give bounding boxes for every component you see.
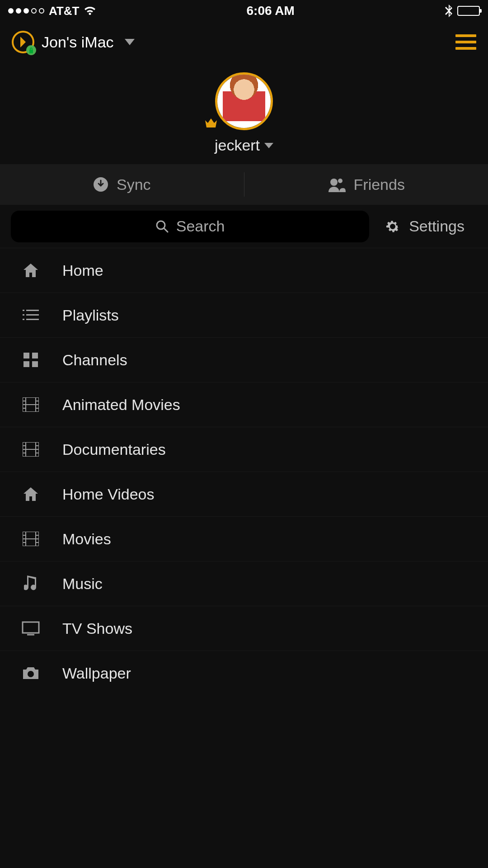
profile-section: jeckert — [0, 62, 488, 164]
nav-item-music[interactable]: Music — [0, 561, 488, 606]
svg-rect-6 — [23, 361, 29, 367]
svg-point-2 — [338, 179, 343, 183]
nav-item-playlists[interactable]: Playlists — [0, 292, 488, 337]
settings-button[interactable]: Settings — [385, 217, 477, 235]
server-name-label: Jon's iMac — [42, 33, 114, 51]
search-input[interactable]: Search — [11, 211, 369, 242]
sync-label: Sync — [117, 176, 151, 193]
search-placeholder: Search — [176, 217, 225, 235]
signal-strength-icon — [8, 8, 44, 14]
user-picker[interactable]: jeckert — [215, 137, 273, 154]
status-bar: AT&T 6:06 AM — [0, 0, 488, 22]
search-icon — [155, 220, 169, 233]
camera-icon — [22, 666, 40, 680]
friends-label: Friends — [354, 176, 405, 193]
tv-icon — [22, 621, 40, 636]
nav-item-movies[interactable]: Movies — [0, 516, 488, 561]
nav-item-label: Music — [62, 575, 103, 593]
svg-rect-5 — [32, 353, 38, 359]
clock: 6:06 AM — [247, 4, 295, 18]
home-icon — [22, 486, 40, 502]
nav-item-label: TV Shows — [62, 620, 132, 637]
svg-rect-17 — [23, 622, 39, 633]
svg-rect-4 — [23, 353, 29, 359]
nav-item-label: Playlists — [62, 307, 119, 324]
svg-point-18 — [28, 671, 34, 677]
nav-item-wallpaper[interactable]: Wallpaper — [0, 651, 488, 695]
settings-label: Settings — [409, 217, 465, 235]
crown-icon — [203, 116, 219, 131]
home-icon — [22, 263, 40, 278]
top-header: Jon's iMac — [0, 22, 488, 62]
nav-item-label: Animated Movies — [62, 396, 180, 414]
film-icon — [22, 532, 40, 546]
username-label: jeckert — [215, 137, 260, 154]
svg-point-1 — [330, 179, 338, 186]
grid-icon — [22, 353, 40, 367]
music-icon — [22, 576, 40, 592]
chevron-down-icon — [125, 39, 135, 45]
menu-button[interactable] — [455, 34, 476, 50]
sync-icon — [93, 177, 108, 192]
svg-rect-7 — [32, 361, 38, 367]
avatar-image — [217, 75, 271, 128]
sync-button[interactable]: Sync — [0, 164, 244, 205]
avatar[interactable] — [215, 72, 273, 130]
wifi-icon — [84, 6, 96, 16]
chevron-down-icon — [264, 143, 273, 148]
bluetooth-icon — [445, 5, 453, 17]
nav-item-label: Movies — [62, 530, 111, 548]
lock-icon — [26, 45, 36, 55]
server-picker[interactable]: Jon's iMac — [12, 31, 135, 53]
gear-icon — [385, 218, 401, 235]
nav-item-label: Home Videos — [62, 486, 155, 503]
nav-item-label: Documentaries — [62, 441, 166, 458]
carrier-label: AT&T — [49, 4, 79, 18]
nav-item-label: Home — [62, 262, 103, 279]
film-icon — [22, 442, 40, 457]
nav-item-animated-movies[interactable]: Animated Movies — [0, 382, 488, 427]
utility-row: Search Settings — [0, 205, 488, 248]
nav-item-tv-shows[interactable]: TV Shows — [0, 606, 488, 651]
battery-icon — [457, 6, 480, 16]
nav-item-label: Channels — [62, 351, 127, 369]
nav-item-documentaries[interactable]: Documentaries — [0, 427, 488, 472]
nav-list: Home Playlists Channels Animated Movies … — [0, 248, 488, 695]
list-icon — [22, 309, 40, 321]
nav-item-home[interactable]: Home — [0, 248, 488, 292]
friends-icon — [328, 177, 346, 192]
status-left: AT&T — [8, 4, 96, 18]
friends-button[interactable]: Friends — [244, 164, 488, 205]
plex-logo-icon — [12, 31, 34, 53]
nav-item-channels[interactable]: Channels — [0, 337, 488, 382]
nav-item-home-videos[interactable]: Home Videos — [0, 472, 488, 516]
nav-item-label: Wallpaper — [62, 665, 131, 682]
status-right — [445, 5, 480, 17]
action-bar: Sync Friends — [0, 164, 488, 205]
film-icon — [22, 397, 40, 412]
